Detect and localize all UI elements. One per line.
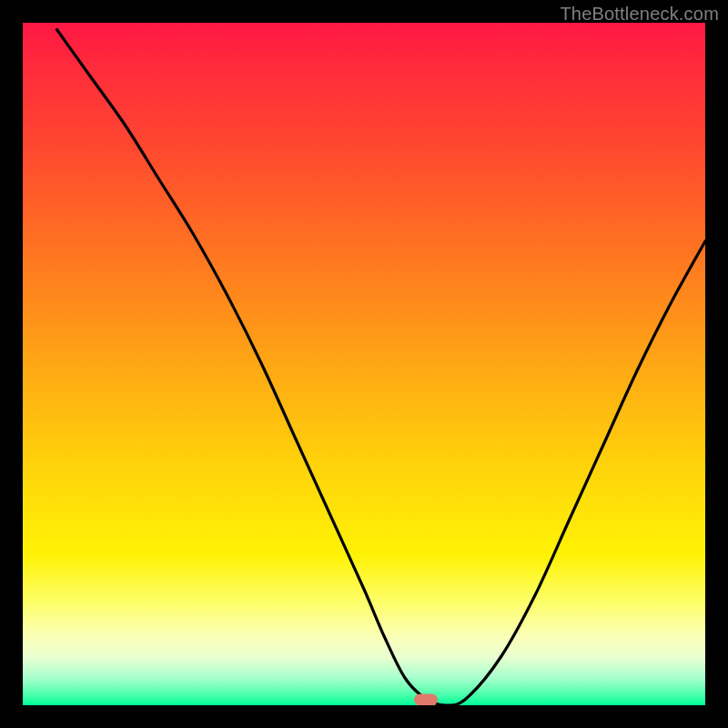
attribution-text: TheBottleneck.com: [560, 4, 719, 25]
chart-frame: TheBottleneck.com: [0, 0, 728, 728]
plot-area: [23, 23, 705, 705]
bottleneck-curve: [23, 23, 705, 705]
optimal-marker: [414, 694, 438, 706]
